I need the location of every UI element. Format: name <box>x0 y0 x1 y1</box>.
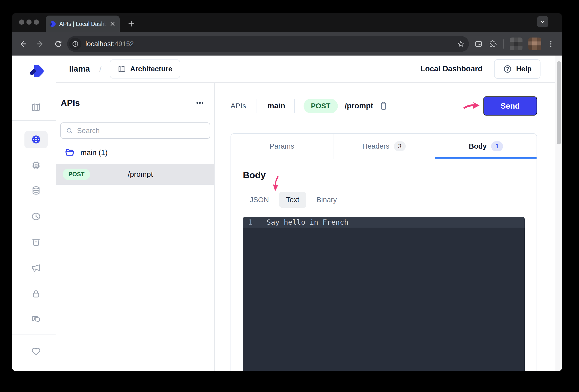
architecture-label: Architecture <box>130 65 172 73</box>
address-bar[interactable]: localhost:49152 <box>67 36 469 52</box>
clock-icon <box>31 212 41 222</box>
search-input[interactable]: Search <box>60 122 210 139</box>
tab-search-button[interactable] <box>537 16 548 27</box>
tab-headers[interactable]: Headers 3 <box>333 134 435 159</box>
sidebar-item-schedules[interactable] <box>31 212 41 222</box>
endpoint-path: /prompt <box>90 170 191 178</box>
profile-avatar[interactable] <box>528 38 541 50</box>
question-circle-icon <box>503 65 512 74</box>
annotation-arrow-right <box>462 101 480 111</box>
sidebar-item-topics[interactable] <box>31 263 41 273</box>
endpoint-list-item[interactable]: POST /prompt <box>56 164 214 185</box>
section-title: Body <box>243 170 525 180</box>
method-badge[interactable]: POST <box>303 99 338 113</box>
sidebar-item-secrets[interactable] <box>31 289 41 299</box>
desktop: APIs | Local Dashboard | Nitric <box>0 0 579 392</box>
sidebar-item-feedback[interactable] <box>31 346 41 356</box>
reading-mode-icon[interactable] <box>474 40 483 48</box>
nitric-logo <box>29 64 44 79</box>
divider <box>294 99 295 113</box>
nitric-dashboard-page: llama / Architecture Local Dashboard Hel… <box>12 56 562 371</box>
project-name: llama <box>69 64 90 74</box>
api-group-row[interactable]: main (1) <box>65 147 108 158</box>
breadcrumb: / <box>99 65 101 74</box>
subtab-json[interactable]: JSON <box>243 192 276 208</box>
tab-title: APIs | Local Dashboard | Nitric <box>59 20 109 28</box>
database-icon <box>31 186 41 196</box>
panel-title: APIs <box>61 98 80 108</box>
editor-active-line: 1 Say hello in French <box>243 217 525 228</box>
url-text: localhost:49152 <box>85 40 457 48</box>
back-button[interactable] <box>17 39 28 49</box>
reload-button[interactable] <box>53 39 64 49</box>
subtab-binary[interactable]: Binary <box>310 192 344 208</box>
send-button[interactable]: Send <box>483 96 537 116</box>
sidebar-item-websockets[interactable] <box>31 314 41 324</box>
api-group-label: main (1) <box>80 148 108 157</box>
forward-button[interactable] <box>35 39 46 49</box>
sidebar-item-apis[interactable] <box>31 135 41 144</box>
editor-content: Say hello in French <box>267 218 349 226</box>
toolbar-separator <box>503 39 504 49</box>
macos-traffic-lights[interactable] <box>19 19 39 25</box>
globe-icon <box>31 135 41 144</box>
search-placeholder: Search <box>77 127 100 135</box>
scrollbar-thumb[interactable] <box>557 61 561 144</box>
bookmark-star-icon[interactable] <box>457 40 464 48</box>
request-workspace: APIs main POST /prompt Send <box>215 83 555 371</box>
heart-icon <box>31 346 41 356</box>
sidebar-divider <box>12 120 56 121</box>
help-label: Help <box>516 65 532 73</box>
browser-menu-icon[interactable] <box>547 40 555 48</box>
lock-icon <box>31 289 41 299</box>
request-breadcrumb-bar: APIs main POST /prompt Send <box>230 96 537 116</box>
line-number: 1 <box>243 218 257 226</box>
bucket-icon <box>31 237 41 247</box>
folder-open-icon <box>65 147 75 158</box>
more-options-icon[interactable] <box>196 98 204 107</box>
help-button[interactable]: Help <box>494 59 540 79</box>
sidebar-item-services[interactable] <box>31 160 41 170</box>
breadcrumb-group[interactable]: main <box>267 101 285 110</box>
map-icon <box>31 102 41 112</box>
sidebar-item-databases[interactable] <box>31 186 41 196</box>
method-badge: POST <box>63 169 90 180</box>
request-tabs: Params Headers 3 Body 1 <box>231 134 537 159</box>
request-card: Params Headers 3 Body 1 Body <box>230 133 537 371</box>
site-info-icon[interactable] <box>69 38 81 50</box>
page-scrollbar[interactable] <box>555 56 562 371</box>
copy-path-icon[interactable] <box>379 101 388 111</box>
map-icon <box>118 65 126 73</box>
extensions-puzzle-icon[interactable] <box>489 40 497 48</box>
chat-icon <box>31 314 41 324</box>
tab-params[interactable]: Params <box>231 134 333 159</box>
search-icon <box>66 127 73 134</box>
architecture-button[interactable]: Architecture <box>110 60 180 78</box>
apis-list-panel: APIs Search main (1) <box>56 83 215 371</box>
body-code-editor[interactable]: 1 Say hello in French <box>243 217 525 371</box>
sidebar-divider <box>12 334 56 334</box>
new-tab-button[interactable] <box>126 18 137 29</box>
body-tab-content: Body JSON Text Binary 1 Say hel <box>231 159 537 371</box>
browser-toolbar: localhost:49152 <box>12 32 562 56</box>
page-title: Local Dashboard <box>421 65 483 73</box>
subtab-text[interactable]: Text <box>279 192 306 208</box>
request-path: /prompt <box>345 101 373 110</box>
body-format-tabs: JSON Text Binary <box>243 192 525 208</box>
profile-avatar[interactable] <box>510 38 522 50</box>
browser-window: APIs | Local Dashboard | Nitric <box>12 13 562 371</box>
tab-body[interactable]: Body 1 <box>434 134 537 159</box>
sidebar-rail <box>12 56 56 371</box>
tab-close-icon[interactable] <box>109 20 116 28</box>
browser-tab-strip: APIs | Local Dashboard | Nitric <box>12 13 562 32</box>
divider <box>256 99 256 113</box>
sidebar-item-storage[interactable] <box>31 237 41 247</box>
body-count-badge: 1 <box>491 141 503 151</box>
annotation-arrow-down <box>270 175 280 192</box>
nitric-favicon-icon <box>49 20 56 27</box>
headers-count-badge: 3 <box>394 141 406 151</box>
browser-tab[interactable]: APIs | Local Dashboard | Nitric <box>46 15 120 32</box>
megaphone-icon <box>31 263 41 273</box>
chip-icon <box>31 160 41 170</box>
sidebar-item-architecture[interactable] <box>31 102 41 112</box>
